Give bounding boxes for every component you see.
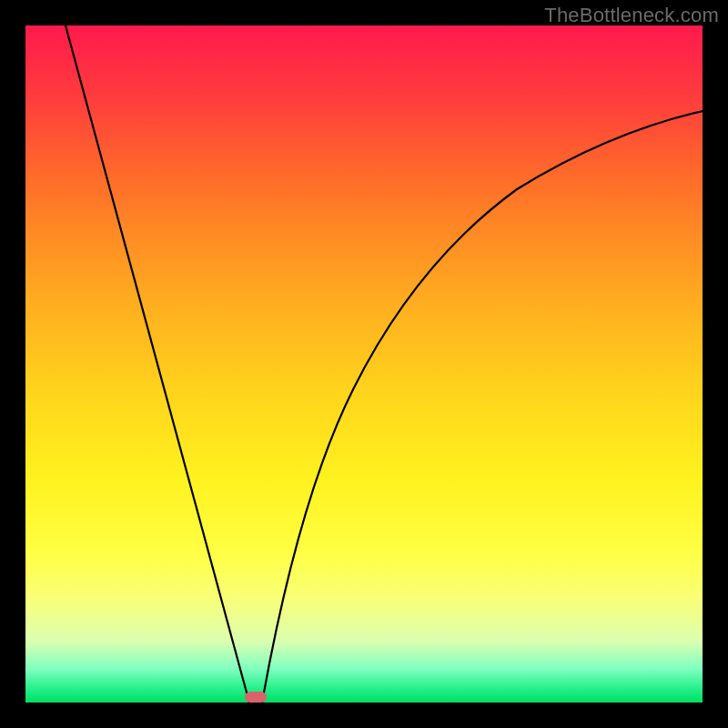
curve-left-branch bbox=[66, 25, 249, 703]
chart-frame: TheBottleneck.com bbox=[0, 0, 728, 728]
plot-area bbox=[25, 25, 703, 703]
watermark-text: TheBottleneck.com bbox=[544, 4, 719, 27]
curve-right-branch bbox=[262, 111, 703, 703]
bottleneck-marker bbox=[245, 692, 267, 703]
bottleneck-curve bbox=[25, 25, 703, 703]
